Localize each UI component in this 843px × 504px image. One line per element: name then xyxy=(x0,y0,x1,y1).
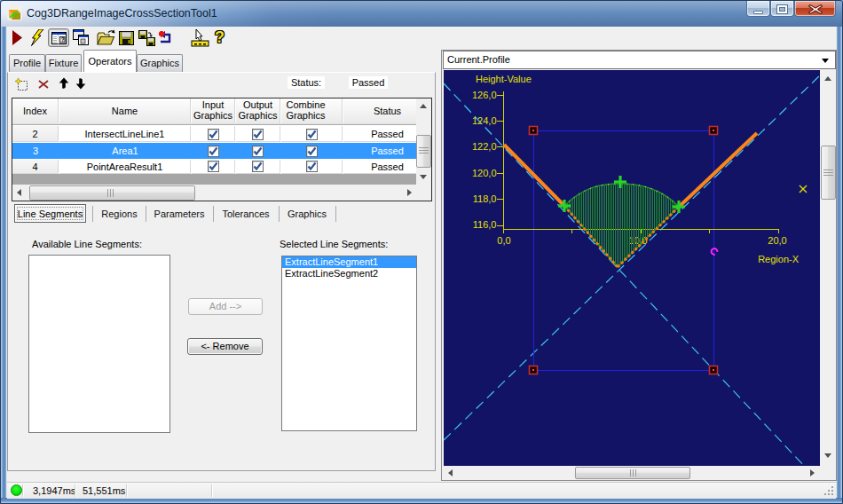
svg-text:116,0: 116,0 xyxy=(473,219,497,230)
svg-text:122,0: 122,0 xyxy=(472,141,497,152)
svg-text:124,0: 124,0 xyxy=(472,115,497,126)
svg-text:Region-X: Region-X xyxy=(758,254,800,264)
svg-text:20,0: 20,0 xyxy=(768,235,786,246)
svg-text:?: ? xyxy=(61,36,65,43)
svg-text:118,0: 118,0 xyxy=(473,193,497,204)
svg-text:Height-Value: Height-Value xyxy=(476,74,532,84)
svg-text:0,0: 0,0 xyxy=(497,235,510,246)
svg-text:120,0: 120,0 xyxy=(472,168,497,178)
svg-text:126,0: 126,0 xyxy=(472,90,497,100)
